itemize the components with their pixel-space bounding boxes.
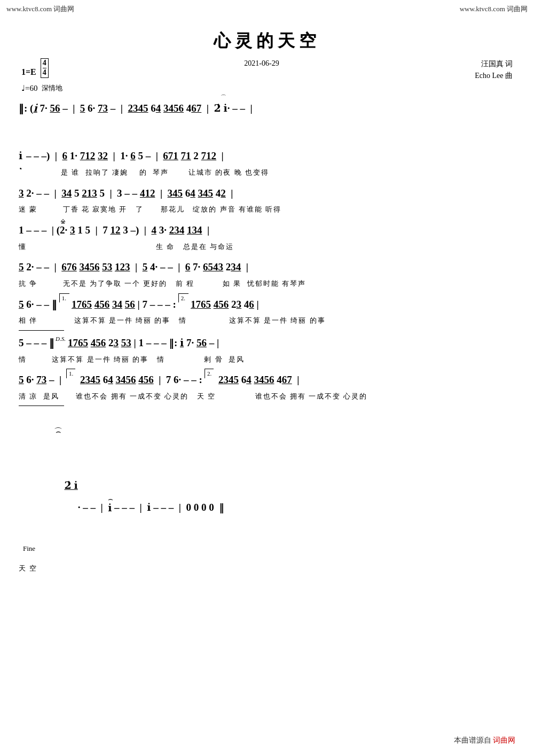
score-line-7: 5 – – – ‖ D.S. 1765 456 23 53 | 1 – – – … <box>19 332 515 364</box>
footer: 本曲谱源自 词曲网 <box>454 736 516 745</box>
score-line-3: 3 2· – – | 34 5 213 5 | 3 – – 412 | 345 … <box>19 182 515 215</box>
key-signature: 1=E 4 4 <box>21 58 49 78</box>
title: 心灵的天空 <box>0 29 534 53</box>
header-right: www.ktvc8.com 词曲网 <box>460 4 528 14</box>
score-line-9: ⌢ 2̇ i̇ · – – | i̇⌢ – – – | i̇ – – – | 0… <box>19 407 515 559</box>
credits: 汪国真 词 Echo Lee 曲 <box>475 58 513 82</box>
score-line-2: ị̇ – – –) | 6 1· 712 32 | 1· 6 5 – | 67… <box>19 123 515 178</box>
tempo-text: 深情地 <box>42 83 62 93</box>
tempo: ♩=60 <box>21 83 37 93</box>
score-line-8: 5 6· 73 – | 1. 2345 64 3456 456 | 7 6· –… <box>19 369 515 401</box>
score-line-6: 5 6· – – ‖ 1. 1765 456 34 56 | 7 – – – :… <box>19 293 515 326</box>
score-line-4: 1 – – – ※ | (2· 3 1 5 | 7 12 3 –) | 4 3·… <box>19 219 515 252</box>
score-line-5: 5 2· – – | 676 3456 53 123 | 5 4· – – | … <box>19 256 515 289</box>
date: 2021-06-29 <box>49 58 475 68</box>
score-line-1: ‖: (i̇ 7· 56 – | 5 6· 73 – | 2345 64 345… <box>19 97 515 120</box>
header-left: www.ktvc8.com 词曲网 <box>6 4 74 14</box>
